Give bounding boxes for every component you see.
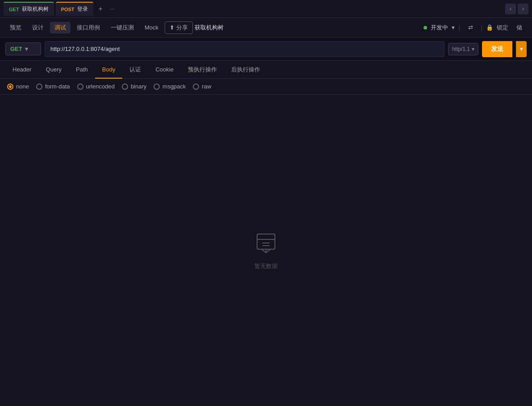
option-form-data-label: form-data: [45, 83, 70, 90]
request-tabs: Header Query Path Body 认证 Cookie 预执行操作 后…: [0, 61, 532, 79]
empty-state: 暂无数据: [0, 213, 532, 288]
tab-path[interactable]: Path: [69, 61, 95, 79]
protocol-value: http/1.1: [452, 46, 470, 52]
option-form-data[interactable]: form-data: [36, 83, 70, 90]
tab-pre-exec[interactable]: 预执行操作: [181, 61, 224, 79]
tab-cookie[interactable]: Cookie: [148, 61, 180, 79]
more-options-button[interactable]: 储: [512, 22, 527, 33]
breadcrumb-title: 获取机构树: [195, 24, 224, 32]
tab-body[interactable]: Body: [95, 61, 123, 79]
radio-msgpack: [154, 84, 160, 90]
toolbar-divider-2: |: [481, 24, 482, 31]
send-dropdown-icon: ▾: [520, 46, 523, 52]
svg-rect-0: [257, 234, 275, 249]
lock-button[interactable]: 锁定: [497, 24, 508, 32]
protocol-chevron-icon: ▾: [472, 46, 474, 52]
tab-bar: GET 获取机构树 POST 登录 + ··· ‹ ›: [0, 0, 532, 18]
design-button[interactable]: 设计: [28, 22, 48, 33]
option-none[interactable]: none: [7, 83, 29, 90]
radio-binary: [122, 84, 128, 90]
option-binary[interactable]: binary: [122, 83, 146, 90]
method-label-get: GET: [9, 7, 19, 12]
tab-name-post: 登录: [77, 5, 88, 13]
svg-rect-1: [257, 234, 275, 239]
send-button[interactable]: 发送: [482, 41, 512, 57]
sync-button[interactable]: ⇄: [464, 22, 478, 33]
method-value: GET: [10, 46, 22, 52]
toolbar-right: 开发中 ▾ | ⇄ | 🔒 锁定 储: [424, 22, 527, 33]
toolbar: 预览 设计 调试 接口用例 一键压测 Mock ⬆ 分享 获取机构树 开发中 ▾…: [0, 18, 532, 38]
tab-navigation: ‹ ›: [505, 4, 528, 14]
radio-form-data: [36, 84, 42, 90]
tab-header[interactable]: Header: [5, 61, 39, 79]
lock-icon: 🔒: [486, 24, 493, 31]
empty-icon: [254, 230, 278, 257]
option-urlencoded[interactable]: urlencoded: [77, 83, 115, 90]
url-input[interactable]: [45, 41, 445, 57]
body-panel: none form-data urlencoded binary msgpack…: [0, 79, 532, 406]
share-label: 分享: [176, 24, 188, 32]
share-icon: ⬆: [170, 24, 175, 31]
preview-button[interactable]: 预览: [5, 22, 26, 33]
status-dot: [424, 26, 427, 29]
tab-post-exec[interactable]: 后执行操作: [224, 61, 267, 79]
option-raw[interactable]: raw: [193, 83, 211, 90]
body-content-empty: 暂无数据: [0, 95, 532, 406]
tab-get[interactable]: GET 获取机构树: [4, 2, 54, 16]
env-label: 开发中: [431, 24, 448, 32]
option-none-label: none: [16, 83, 29, 90]
method-dropdown[interactable]: GET ▾: [5, 42, 41, 55]
main-content: Header Query Path Body 认证 Cookie 预执行操作 后…: [0, 61, 532, 406]
more-tabs-button[interactable]: ···: [108, 5, 116, 12]
env-dropdown[interactable]: ▾: [452, 24, 455, 31]
radio-none: [7, 84, 13, 90]
next-tab-button[interactable]: ›: [518, 4, 528, 14]
toolbar-divider-1: |: [458, 24, 460, 31]
option-msgpack[interactable]: msgpack: [154, 83, 186, 90]
pressure-test-button[interactable]: 一键压测: [106, 22, 138, 33]
debug-button[interactable]: 调试: [50, 22, 71, 33]
interface-example-button[interactable]: 接口用例: [72, 22, 104, 33]
option-urlencoded-label: urlencoded: [86, 83, 115, 90]
mock-button[interactable]: Mock: [140, 22, 163, 33]
body-options: none form-data urlencoded binary msgpack…: [0, 79, 532, 95]
add-tab-button[interactable]: +: [95, 5, 106, 13]
radio-urlencoded: [77, 84, 83, 90]
empty-text: 暂无数据: [254, 262, 278, 270]
tab-auth[interactable]: 认证: [122, 61, 148, 79]
share-button[interactable]: ⬆ 分享: [165, 21, 193, 34]
protocol-selector[interactable]: http/1.1 ▾: [448, 43, 478, 55]
tab-post[interactable]: POST 登录: [56, 2, 93, 16]
radio-raw: [193, 84, 199, 90]
option-msgpack-label: msgpack: [162, 83, 186, 90]
prev-tab-button[interactable]: ‹: [505, 4, 516, 14]
method-chevron-icon: ▾: [25, 46, 28, 52]
method-label-post: POST: [61, 7, 75, 12]
tab-name-get: 获取机构树: [22, 5, 49, 13]
option-binary-label: binary: [131, 83, 146, 90]
url-bar: GET ▾ http/1.1 ▾ 发送 ▾: [0, 38, 532, 61]
tab-query[interactable]: Query: [39, 61, 69, 79]
send-dropdown-button[interactable]: ▾: [516, 41, 527, 57]
option-raw-label: raw: [202, 83, 211, 90]
